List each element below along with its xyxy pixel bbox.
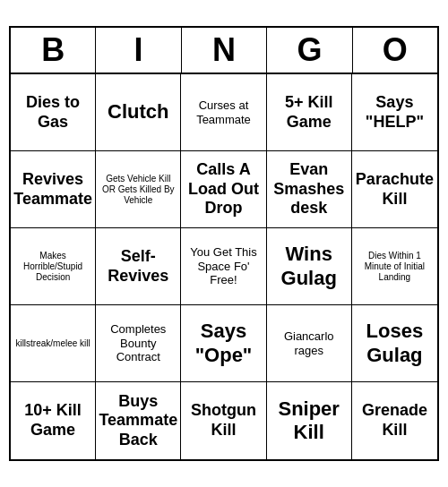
bingo-letter-o: O xyxy=(353,28,437,74)
bingo-cell-13[interactable]: Wins Gulag xyxy=(267,228,352,305)
bingo-cell-17[interactable]: Says "Ope" xyxy=(181,305,266,382)
bingo-letter-n: N xyxy=(182,28,267,74)
bingo-cell-24[interactable]: Grenade Kill xyxy=(352,382,437,459)
bingo-cell-3[interactable]: 5+ Kill Game xyxy=(267,74,352,151)
bingo-cell-7[interactable]: Calls A Load Out Drop xyxy=(181,151,266,228)
bingo-cell-14[interactable]: Dies Within 1 Minute of Initial Landing xyxy=(352,228,437,305)
bingo-grid: Dies to GasClutchCurses at Teammate5+ Ki… xyxy=(11,74,437,459)
bingo-cell-0[interactable]: Dies to Gas xyxy=(11,74,96,151)
bingo-cell-8[interactable]: Evan Smashes desk xyxy=(267,151,352,228)
bingo-cell-20[interactable]: 10+ Kill Game xyxy=(11,382,96,459)
bingo-cell-1[interactable]: Clutch xyxy=(96,74,181,151)
bingo-cell-12[interactable]: You Get This Space Fo' Free! xyxy=(181,228,266,305)
bingo-cell-11[interactable]: Self-Revives xyxy=(96,228,181,305)
bingo-cell-21[interactable]: Buys Teammate Back xyxy=(96,382,181,459)
bingo-cell-9[interactable]: Parachute Kill xyxy=(352,151,437,228)
bingo-cell-6[interactable]: Gets Vehicle Kill OR Gets Killed By Vehi… xyxy=(96,151,181,228)
bingo-cell-16[interactable]: Completes Bounty Contract xyxy=(96,305,181,382)
bingo-cell-5[interactable]: Revives Teammate xyxy=(11,151,96,228)
bingo-cell-10[interactable]: Makes Horrible/Stupid Decision xyxy=(11,228,96,305)
bingo-header: BINGO xyxy=(11,28,437,74)
bingo-cell-19[interactable]: Loses Gulag xyxy=(352,305,437,382)
bingo-letter-i: I xyxy=(96,28,181,74)
bingo-cell-15[interactable]: killstreak/melee kill xyxy=(11,305,96,382)
bingo-letter-g: G xyxy=(267,28,352,74)
bingo-letter-b: B xyxy=(11,28,96,74)
bingo-cell-22[interactable]: Shotgun Kill xyxy=(181,382,266,459)
bingo-cell-2[interactable]: Curses at Teammate xyxy=(181,74,266,151)
bingo-card: BINGO Dies to GasClutchCurses at Teammat… xyxy=(9,26,439,461)
bingo-cell-23[interactable]: Sniper Kill xyxy=(267,382,352,459)
bingo-cell-4[interactable]: Says "HELP" xyxy=(352,74,437,151)
bingo-cell-18[interactable]: Giancarlo rages xyxy=(267,305,352,382)
